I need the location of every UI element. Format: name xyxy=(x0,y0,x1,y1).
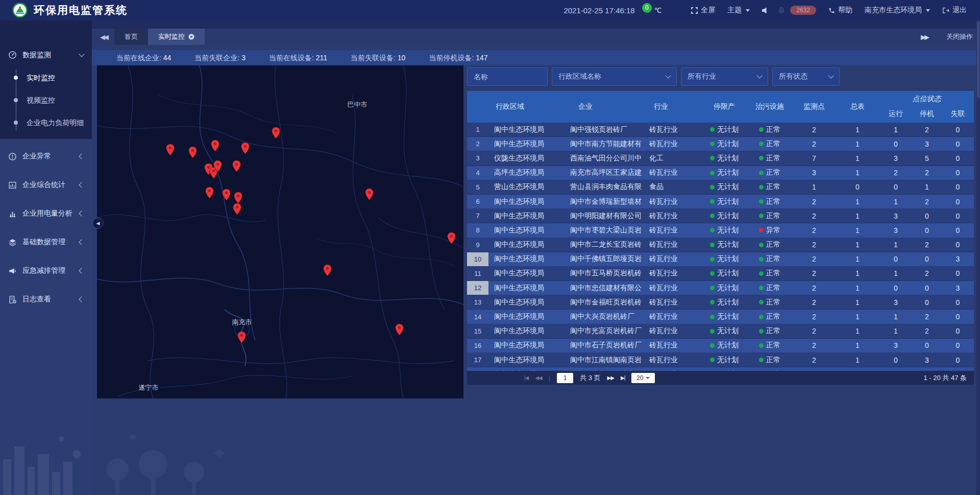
cell-meter: 1 xyxy=(836,298,879,307)
logout-button[interactable]: 退出 xyxy=(942,6,967,15)
map-pin-icon[interactable] xyxy=(365,188,374,200)
scrollbar-thumb[interactable] xyxy=(977,21,979,98)
map-pin-icon[interactable] xyxy=(237,332,246,343)
mute-button[interactable] xyxy=(762,7,769,14)
map-pin-icon[interactable] xyxy=(447,232,456,244)
map-pin-icon[interactable] xyxy=(211,140,219,152)
table-row[interactable]: 18南部生态环境局南部县建兴页岩砖有限砖瓦行业无计划正常21030 xyxy=(467,367,974,371)
sidebar-subitem-0-0[interactable]: 实时监控 xyxy=(0,66,92,89)
table-row[interactable]: 14阆中生态环境局阆中大兴页岩机砖厂砖瓦行业无计划正常21120 xyxy=(467,310,974,324)
table-row[interactable]: 7阆中生态环境局阆中明阳建材有限公司砖瓦行业无计划正常21300 xyxy=(467,209,974,223)
temperature-unit: ℃ xyxy=(654,7,662,14)
cell-halt: 0 xyxy=(912,212,942,220)
row-index: 6 xyxy=(467,195,488,208)
map-collapse-handle[interactable]: ◀ xyxy=(92,218,104,229)
stats-icon xyxy=(8,181,17,190)
status-filter-select[interactable]: 所有状态 xyxy=(772,67,840,86)
table-row[interactable]: 3仪陇生态环境局西南油气田分公司川中化工无计划正常71350 xyxy=(467,151,974,166)
table-row[interactable]: 8阆中生态环境局阆中市枣碧大梁山页岩砖瓦行业无计划异常21300 xyxy=(467,223,974,238)
row-index: 5 xyxy=(467,180,488,194)
first-page-button[interactable]: |◀ xyxy=(524,375,528,381)
org-dropdown[interactable]: 南充市生态环境局 xyxy=(865,6,930,15)
sidebar-item-4[interactable]: 基础数据管理 xyxy=(0,231,92,253)
cell-monitor: 2 xyxy=(793,327,836,335)
sidebar-item-label: 企业用电量分析 xyxy=(22,209,82,218)
row-index: 13 xyxy=(467,295,488,309)
table-row[interactable]: 16阆中生态环境局阆中市石子页岩机砖厂砖瓦行业无计划正常21300 xyxy=(467,339,974,353)
map-pin-icon[interactable] xyxy=(233,203,241,215)
prev-page-button[interactable]: ◀◀ xyxy=(535,375,542,381)
map-pin-icon[interactable] xyxy=(395,324,404,336)
sidebar-item-5[interactable]: 应急减排管理 xyxy=(0,260,92,282)
row-index: 10 xyxy=(467,252,488,266)
page-number-input[interactable] xyxy=(557,373,573,383)
phone-icon xyxy=(828,7,835,14)
cell-meter: 1 xyxy=(836,284,879,292)
cell-run: 3 xyxy=(879,212,912,220)
monitor-panel: 行政区域名称 所有行业 所有状态 行政区域 企业 行业 停限产 治污设施 监测点… xyxy=(467,64,974,398)
map-pin-icon[interactable] xyxy=(222,189,231,201)
cell-company: 阆中市光富页岩机砖厂 xyxy=(566,326,647,336)
last-page-button[interactable]: ▶| xyxy=(621,375,625,381)
table-row[interactable]: 5营山生态环境局营山县润丰肉食品有限食品无计划正常10010 xyxy=(467,180,974,195)
table-row[interactable]: 12阆中生态环境局阆中市忠信建材有限公砖瓦行业无计划正常21003 xyxy=(467,281,974,295)
table-row[interactable]: 11阆中生态环境局阆中市五马桥页岩机砖砖瓦行业无计划正常21120 xyxy=(467,267,974,281)
map-pin-icon[interactable] xyxy=(232,160,241,172)
cell-stop: 无计划 xyxy=(702,139,747,149)
theme-dropdown[interactable]: 主题 xyxy=(727,6,750,15)
cell-lost: 0 xyxy=(942,241,974,249)
next-page-button[interactable]: ▶▶ xyxy=(607,375,614,381)
sidebar-item-0[interactable]: 数据监测 xyxy=(0,43,92,66)
fullscreen-button[interactable]: 全屏 xyxy=(691,6,715,15)
name-filter-input[interactable] xyxy=(474,73,541,81)
sidebar-item-1[interactable]: 企业异常 xyxy=(0,145,92,168)
map[interactable]: 巴中市南充市遂宁市 xyxy=(97,64,463,398)
map-pin-icon[interactable] xyxy=(166,144,175,156)
map-pin-icon[interactable] xyxy=(323,265,332,276)
close-operations-button[interactable]: 关闭操作 xyxy=(946,32,973,41)
sidebar-item-3[interactable]: 企业用电量分析 xyxy=(0,202,92,225)
cell-meter: 1 xyxy=(836,154,879,162)
name-filter[interactable] xyxy=(467,67,548,86)
page-scrollbar[interactable] xyxy=(976,20,980,495)
table-row[interactable]: 13阆中生态环境局阆中市金福旺页岩机砖砖瓦行业无计划正常21300 xyxy=(467,295,974,310)
tab-home[interactable]: 首页 xyxy=(114,29,148,45)
table-row[interactable]: 15阆中生态环境局阆中市光富页岩机砖厂砖瓦行业无计划正常21120 xyxy=(467,324,974,339)
map-pin-icon[interactable] xyxy=(234,192,242,204)
industry-filter-select[interactable]: 所有行业 xyxy=(681,67,768,86)
table-row[interactable]: 9阆中生态环境局阆中市二龙长宝页岩砖砖瓦行业无计划正常21120 xyxy=(467,238,974,252)
help-button[interactable]: 帮助 xyxy=(828,6,852,15)
sidebar-subitem-0-1[interactable]: 视频监控 xyxy=(0,89,92,111)
cell-region: 阆中生态环境局 xyxy=(488,125,566,134)
table-row[interactable]: 6阆中生态环境局阆中市金博瑞新型墙材砖瓦行业无计划正常21120 xyxy=(467,195,974,209)
table-row[interactable]: 17阆中生态环境局阆中市江南镇阆南页岩砖瓦行业无计划正常21030 xyxy=(467,353,974,367)
skyline-watermark xyxy=(0,423,92,495)
close-tab-icon[interactable] xyxy=(188,34,194,40)
map-pin-icon[interactable] xyxy=(213,160,222,172)
tabs-scroll-left-icon[interactable]: ◀◀ xyxy=(100,33,107,41)
cell-monitor: 2 xyxy=(793,212,836,220)
tab-realtime-monitor[interactable]: 实时监控 xyxy=(148,29,205,45)
table-row[interactable]: 1阆中生态环境局阆中强锐页岩砖厂砖瓦行业无计划正常21120 xyxy=(467,123,974,137)
cell-run: 0 xyxy=(879,183,912,191)
status-dot-green xyxy=(759,127,764,132)
map-pin-icon[interactable] xyxy=(272,127,280,139)
tabs-scroll-right-icon[interactable]: ▶▶ xyxy=(921,33,928,41)
page-size-select[interactable]: 20 xyxy=(631,373,655,383)
map-roads xyxy=(97,64,463,398)
table-row[interactable]: 4高坪生态环境局南充市高坪区王家店建砖瓦行业无计划正常31220 xyxy=(467,166,974,180)
table-row[interactable]: 2阆中生态环境局阆中市南方节能建材有砖瓦行业无计划正常21030 xyxy=(467,137,974,151)
notifications-button[interactable]: 2632 xyxy=(778,6,816,15)
region-filter-select[interactable]: 行政区域名称 xyxy=(552,67,677,86)
col-facility: 治污设施 xyxy=(747,91,793,123)
map-pin-icon[interactable] xyxy=(205,187,214,199)
status-dot-green xyxy=(710,214,715,218)
logout-icon xyxy=(942,7,949,14)
sidebar-item-6[interactable]: 日志查看 xyxy=(0,288,92,311)
table-row[interactable]: 10阆中生态环境局阆中千佛镇五郎垭页岩砖瓦行业无计划正常21003 xyxy=(467,252,974,267)
map-pin-icon[interactable] xyxy=(241,143,250,154)
sidebar-subitem-0-2[interactable]: 企业电力负荷明细 xyxy=(0,111,92,134)
cell-facility: 正常 xyxy=(747,211,793,221)
sidebar-item-2[interactable]: 企业综合统计 xyxy=(0,174,92,196)
map-pin-icon[interactable] xyxy=(188,147,197,158)
